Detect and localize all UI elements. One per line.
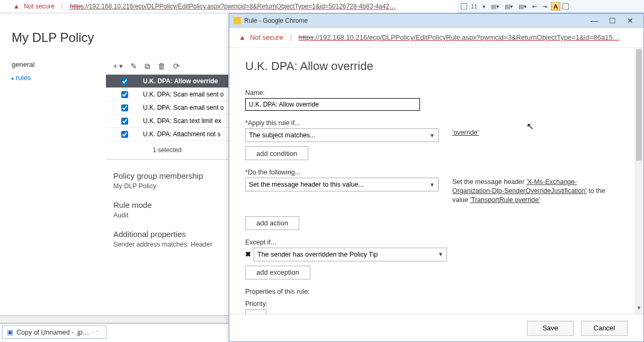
- delete-icon[interactable]: 🗑: [158, 62, 166, 71]
- detail-heading: Policy group membership: [113, 171, 221, 180]
- rule-checkbox[interactable]: [121, 91, 128, 98]
- maximize-button[interactable]: ☐: [603, 16, 621, 25]
- header-value-link[interactable]: 'TransportRule override': [470, 196, 540, 204]
- rule-checkbox[interactable]: [121, 104, 128, 111]
- rules-table: U.K. DPA: Allow override U.K. DPA: Scan …: [106, 74, 228, 141]
- modal-footer: Save Cancel: [229, 314, 643, 341]
- window-title: Rule - Google Chrome: [244, 17, 308, 24]
- left-nav: general rules: [0, 58, 106, 315]
- detail-value: My DLP Policy: [113, 182, 221, 190]
- scroll-thumb[interactable]: [636, 49, 642, 161]
- nav-general[interactable]: general: [12, 58, 94, 71]
- style-box-icon[interactable]: [562, 3, 569, 10]
- action-param-text: Set the message header 'X-Ms-Exchange-Or…: [452, 178, 609, 205]
- number-list-icon[interactable]: ▤▾: [503, 3, 515, 11]
- warning-icon: ▲: [239, 33, 246, 41]
- selection-count: 1 selected: [106, 141, 228, 160]
- styles-icon[interactable]: A: [551, 2, 560, 11]
- edit-icon[interactable]: ✎: [130, 62, 137, 71]
- not-secure-label: Not secure: [250, 33, 283, 41]
- chevron-down-icon: ▼: [430, 133, 435, 138]
- rule-name: U.K. DPA: Scan text limit ex: [143, 117, 228, 125]
- rules-toolbar: ＋▾ ✎ ⧉ 🗑 ⟳: [106, 58, 228, 74]
- action-value: Set the message header to this value...: [249, 181, 364, 188]
- properties-label: Properties of this rule:: [245, 288, 619, 295]
- parent-url[interactable]: https://192.168.10.216/ecp/DLPPolicy/Edi…: [70, 3, 396, 10]
- dropdown-icon[interactable]: ▾: [481, 3, 487, 11]
- scrollbar[interactable]: ▲ ▼: [634, 48, 643, 314]
- warning-icon: ▲: [13, 3, 20, 10]
- indent-icon[interactable]: ⇥: [541, 3, 549, 11]
- modal-url[interactable]: https://192.168.10.216/ecp/DLPPolicy/Edi…: [299, 33, 620, 41]
- detail-heading: Additional properties: [113, 230, 221, 239]
- rule-row[interactable]: U.K. DPA: Scan text limit ex: [106, 115, 228, 128]
- add-exception-button[interactable]: add exception: [245, 266, 310, 279]
- minimize-button[interactable]: —: [585, 16, 603, 25]
- cancel-button[interactable]: Cancel: [581, 321, 628, 336]
- name-label: Name:: [245, 89, 619, 97]
- action-dropdown[interactable]: Set the message header to this value... …: [245, 178, 439, 191]
- outdent-icon[interactable]: ⇤: [531, 3, 539, 11]
- image-icon: ▣: [7, 328, 13, 336]
- condition-dropdown[interactable]: The subject matches... ▼: [245, 128, 439, 142]
- rule-row[interactable]: U.K. DPA: Attachment not s: [106, 128, 228, 141]
- checkbox-icon[interactable]: [461, 3, 467, 10]
- exception-value: The sender has overridden the Policy Tip: [257, 251, 378, 258]
- rule-name: U.K. DPA: Scan email sent o: [143, 91, 228, 98]
- priority-input[interactable]: [245, 309, 266, 314]
- rule-checkbox[interactable]: [121, 78, 128, 85]
- nav-rules[interactable]: rules: [12, 71, 94, 84]
- app-icon: [234, 17, 241, 24]
- rule-row[interactable]: U.K. DPA: Scan email sent o: [106, 101, 228, 115]
- taskbar-item-label: Copy of Unnamed - .jp…: [16, 329, 90, 336]
- priority-label: Priority:: [245, 300, 619, 308]
- ribbon-fragment: 11 ▾ ▤▾ ▤▾ ▤▾ ⇤ ⇥ A: [458, 0, 644, 13]
- remove-exception-button[interactable]: ✖: [245, 250, 251, 258]
- rule-name: U.K. DPA: Allow override: [143, 77, 228, 85]
- name-input[interactable]: [245, 98, 420, 111]
- window-titlebar[interactable]: Rule - Google Chrome — ☐ ✕: [229, 14, 643, 28]
- exception-dropdown[interactable]: The sender has overridden the Policy Tip…: [254, 248, 447, 261]
- detail-value: Sender address matches: Header: [113, 241, 221, 248]
- page-title: My DLP Policy: [0, 13, 228, 58]
- rule-details: Policy group membership My DLP Policy Ru…: [106, 160, 228, 268]
- multilevel-list-icon[interactable]: ▤▾: [517, 3, 529, 11]
- apply-if-label: Apply this rule if...: [245, 119, 619, 127]
- modal-address-bar: ▲ Not secure https://192.168.10.216/ecp/…: [229, 28, 643, 48]
- close-button[interactable]: ✕: [621, 16, 639, 25]
- refresh-icon[interactable]: ⟳: [173, 62, 180, 71]
- rule-heading: U.K. DPA: Allow override: [245, 59, 619, 73]
- add-action-button[interactable]: add action: [245, 216, 299, 230]
- add-condition-button[interactable]: add condition: [245, 146, 308, 160]
- detail-value: Audit: [113, 212, 221, 219]
- detail-heading: Rule mode: [113, 200, 221, 209]
- do-following-label: Do the following...: [245, 169, 619, 176]
- rule-checkbox[interactable]: [121, 131, 128, 138]
- except-if-label: Except if...: [245, 239, 619, 246]
- add-rule-button[interactable]: ＋▾: [111, 61, 123, 71]
- rule-name: U.K. DPA: Attachment not s: [143, 130, 228, 138]
- scroll-down-icon[interactable]: ▼: [634, 305, 643, 314]
- condition-param-link[interactable]: 'override': [452, 129, 479, 136]
- chevron-up-icon[interactable]: ˄: [93, 331, 102, 334]
- bullet-list-icon[interactable]: ▤▾: [489, 3, 501, 11]
- copy-icon[interactable]: ⧉: [145, 62, 150, 71]
- rule-editor-window: Rule - Google Chrome — ☐ ✕ ▲ Not secure …: [229, 13, 644, 342]
- taskbar-item[interactable]: ▣ Copy of Unnamed - .jp… ˄: [2, 326, 106, 339]
- rule-checkbox[interactable]: [121, 118, 128, 125]
- chevron-down-icon: ▼: [438, 251, 443, 257]
- condition-value: The subject matches...: [249, 131, 316, 139]
- rule-row[interactable]: U.K. DPA: Allow override: [106, 75, 228, 88]
- save-button[interactable]: Save: [527, 321, 574, 336]
- chevron-down-icon: ▼: [430, 182, 435, 188]
- rule-row[interactable]: U.K. DPA: Scan email sent o: [106, 88, 228, 101]
- rule-name: U.K. DPA: Scan email sent o: [143, 104, 228, 111]
- font-size-value[interactable]: 11: [469, 3, 479, 10]
- not-secure-label: Not secure: [24, 3, 55, 10]
